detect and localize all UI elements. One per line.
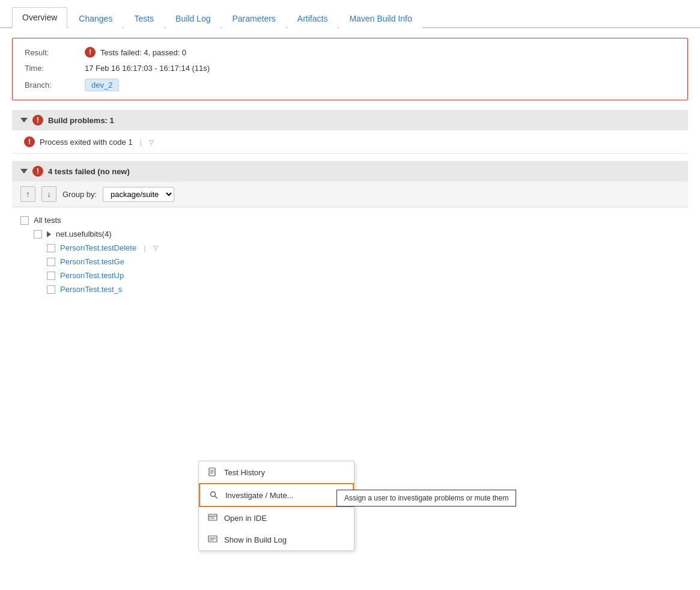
test-checkbox-3[interactable] [47, 272, 55, 280]
build-result-box: Result: ! Tests failed: 4, passed: 0 Tim… [12, 38, 688, 100]
tab-changes[interactable]: Changes [68, 8, 123, 28]
test-link-2[interactable]: PersonTest.testGe [60, 257, 124, 266]
test-row-4: PersonTest.test_s [20, 282, 680, 296]
test-checkbox-2[interactable] [47, 258, 55, 266]
build-problems-header[interactable]: ! Build problems: 1 [12, 110, 688, 130]
tab-artifacts[interactable]: Artifacts [287, 8, 338, 28]
problem-dropdown-arrow[interactable]: ▽ [149, 138, 154, 146]
menu-item-investigate-mute[interactable]: Investigate / Mute... [199, 483, 354, 507]
collapse-icon [20, 118, 28, 123]
menu-item-test-history-label: Test History [224, 468, 265, 477]
test-dropdown-arrow-1[interactable]: ▽ [153, 244, 158, 252]
error-icon: ! [85, 47, 96, 58]
test-link-4[interactable]: PersonTest.test_s [60, 285, 122, 294]
tab-tests[interactable]: Tests [124, 8, 164, 28]
result-value: ! Tests failed: 4, passed: 0 [85, 47, 186, 58]
pipe-sep: | [140, 138, 142, 147]
test-link-1[interactable]: PersonTest.testDelete [60, 243, 136, 252]
problem-text: Process exited with code 1 [40, 138, 133, 147]
pipe-1: | [144, 243, 145, 252]
menu-item-test-history[interactable]: Test History [199, 461, 354, 483]
all-tests-label: All tests [34, 216, 61, 225]
tooltip: Assign a user to investigate problems or… [336, 490, 516, 506]
time-row: Time: 17 Feb 16 16:17:03 - 16:17:14 (11s… [25, 64, 675, 73]
test-row-1: PersonTest.testDelete | ▽ [20, 241, 680, 255]
test-row-3: PersonTest.testUp [20, 269, 680, 282]
menu-item-open-in-ide[interactable]: IDE Open in IDE [199, 507, 354, 529]
menu-item-show-in-log[interactable]: Show in Build Log [199, 529, 354, 550]
result-text: Tests failed: 4, passed: 0 [100, 48, 186, 57]
result-row: Result: ! Tests failed: 4, passed: 0 [25, 47, 675, 58]
tab-maven-build-info[interactable]: Maven Build Info [339, 8, 422, 28]
time-label: Time: [25, 64, 85, 73]
tests-error-icon: ! [32, 166, 43, 177]
svg-text:IDE: IDE [210, 516, 215, 520]
test-list: All tests net.usefulbits(4) PersonTest.t… [12, 207, 688, 302]
svg-line-5 [215, 496, 218, 499]
test-row-2: PersonTest.testGe [20, 255, 680, 269]
ide-icon: IDE [207, 512, 218, 523]
log-icon [207, 534, 218, 545]
tab-build-log[interactable]: Build Log [165, 8, 221, 28]
branch-label: Branch: [25, 81, 85, 90]
tests-failed-header[interactable]: ! 4 tests failed (no new) [12, 161, 688, 181]
all-tests-checkbox[interactable] [20, 216, 29, 225]
branch-row: Branch: dev_2 [25, 79, 675, 91]
sort-desc-button[interactable]: ↓ [41, 186, 56, 202]
doc-icon [207, 467, 218, 478]
build-problems-title: Build problems: 1 [48, 116, 114, 125]
tab-overview[interactable]: Overview [12, 7, 67, 28]
result-label: Result: [25, 48, 85, 57]
suite-expand-icon[interactable] [47, 231, 51, 237]
search-icon [208, 490, 219, 500]
context-menu: Test History Investigate / Mute... IDE O… [198, 461, 355, 551]
tests-failed-title: 4 tests failed (no new) [48, 167, 130, 176]
problems-error-icon: ! [32, 115, 43, 126]
suite-row: net.usefulbits(4) [20, 227, 680, 241]
main-content: Result: ! Tests failed: 4, passed: 0 Tim… [0, 28, 700, 319]
svg-point-4 [211, 492, 216, 497]
branch-badge[interactable]: dev_2 [85, 79, 119, 91]
sort-asc-button[interactable]: ↑ [20, 186, 35, 202]
suite-name: net.usefulbits(4) [56, 230, 112, 239]
problem-error-icon: ! [24, 136, 35, 147]
tab-parameters[interactable]: Parameters [222, 8, 285, 28]
tab-bar: Overview Changes Tests Build Log Paramet… [0, 0, 700, 28]
menu-item-show-in-log-label: Show in Build Log [224, 535, 287, 544]
test-checkbox-4[interactable] [47, 285, 55, 294]
test-link-3[interactable]: PersonTest.testUp [60, 271, 124, 280]
suite-checkbox[interactable] [34, 230, 42, 239]
tests-collapse-icon [20, 169, 28, 174]
problem-item: ! Process exited with code 1 | ▽ [12, 130, 688, 154]
tests-failed-section: ! 4 tests failed (no new) ↑ ↓ Group by: … [12, 161, 688, 302]
menu-item-open-in-ide-label: Open in IDE [224, 514, 267, 523]
group-by-select[interactable]: package/suite class flat [103, 187, 174, 202]
build-problems-section: ! Build problems: 1 ! Process exited wit… [12, 110, 688, 154]
test-toolbar: ↑ ↓ Group by: package/suite class flat [12, 181, 688, 207]
menu-item-investigate-label: Investigate / Mute... [225, 491, 293, 500]
branch-value: dev_2 [85, 79, 119, 91]
time-text: 17 Feb 16 16:17:03 - 16:17:14 (11s) [85, 64, 210, 73]
time-value: 17 Feb 16 16:17:03 - 16:17:14 (11s) [85, 64, 210, 73]
test-checkbox-1[interactable] [47, 244, 55, 252]
group-by-label: Group by: [62, 190, 97, 199]
all-tests-row: All tests [20, 213, 680, 227]
